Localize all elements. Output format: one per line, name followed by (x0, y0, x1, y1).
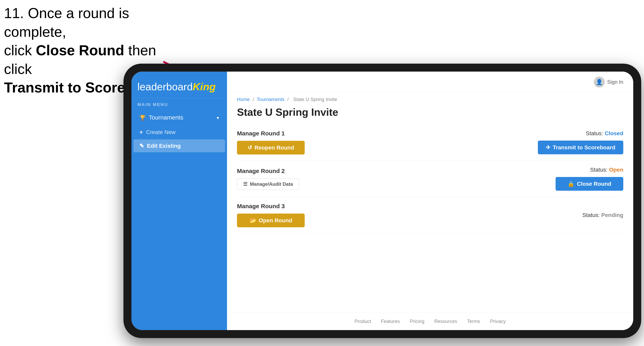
round-1-status: Status: Closed (586, 130, 623, 137)
round-3-section: Manage Round 3 📂 Open Round Status: Pend… (237, 197, 623, 233)
open-round-label: Open Round (259, 217, 292, 224)
manage-audit-data-button[interactable]: ☰ Manage/Audit Data (237, 178, 299, 190)
round-2-left: Manage Round 2 ☰ Manage/Audit Data (237, 168, 299, 190)
open-icon: 📂 (250, 217, 256, 224)
sidebar-item-edit-existing[interactable]: Edit Existing (134, 139, 225, 152)
create-new-label: Create New (146, 129, 176, 135)
app-layout: leaderboardKing MAIN MENU Tournaments (132, 72, 633, 330)
round-3-left: Manage Round 3 📂 Open Round (237, 203, 305, 227)
round-2-status: Status: Open (590, 167, 624, 173)
round-2-right: Status: Open 🔒 Close Round (556, 167, 623, 191)
chevron-down-icon (217, 114, 219, 121)
manage-audit-label: Manage/Audit Data (250, 181, 293, 187)
tablet-device: leaderboardKing MAIN MENU Tournaments (124, 64, 641, 338)
close-round-button[interactable]: 🔒 Close Round (556, 177, 623, 191)
close-icon: 🔒 (568, 180, 574, 187)
transmit-label: Transmit to Scoreboard (553, 144, 615, 151)
reopen-icon: ↺ (248, 144, 252, 151)
round-2-section: Manage Round 2 ☰ Manage/Audit Data Statu… (237, 161, 623, 197)
edit-existing-label: Edit Existing (147, 143, 181, 149)
round-1-right: Status: Closed ✈ Transmit to Scoreboard (538, 130, 623, 154)
sidebar-item-create-new[interactable]: Create New (134, 125, 225, 139)
footer-terms[interactable]: Terms (467, 319, 480, 324)
round-3-status: Status: Pending (582, 212, 623, 218)
round-3-right: Status: Pending (582, 212, 623, 218)
logo: leaderboardKing (138, 82, 221, 92)
trophy-icon (140, 114, 146, 121)
plus-icon (140, 129, 143, 136)
round-2-status-value: Open (609, 167, 623, 173)
round-2-title: Manage Round 2 (237, 168, 299, 174)
main-menu-label: MAIN MENU (132, 102, 227, 110)
round-1-section: Manage Round 1 ↺ Reopen Round Status: Cl… (237, 124, 623, 161)
sidebar-item-tournaments[interactable]: Tournaments (134, 111, 225, 125)
breadcrumb-tournaments[interactable]: Tournaments (257, 97, 284, 102)
content-area: Manage Round 1 ↺ Reopen Round Status: Cl… (227, 124, 633, 312)
round-3-status-value: Pending (602, 212, 623, 218)
round-3-title: Manage Round 3 (237, 203, 305, 210)
breadcrumb: Home / Tournaments / State U Spring Invi… (227, 93, 633, 104)
user-avatar: 👤 (594, 77, 605, 87)
sign-in-label: Sign In (607, 79, 623, 85)
logo-area: leaderboardKing (132, 78, 227, 98)
round-1-title: Manage Round 1 (237, 130, 305, 137)
page-title: State U Spring Invite (227, 104, 633, 124)
footer: Product Features Pricing Resources Terms… (227, 312, 633, 330)
main-content: 👤 Sign In Home / Tournaments / State U S… (227, 72, 633, 330)
footer-product[interactable]: Product (354, 319, 371, 324)
breadcrumb-home[interactable]: Home (237, 97, 250, 102)
tournaments-label: Tournaments (149, 114, 183, 121)
reopen-round-label: Reopen Round (254, 145, 294, 151)
open-round-button[interactable]: 📂 Open Round (237, 213, 305, 227)
round-1-status-value: Closed (605, 130, 623, 136)
reopen-round-button[interactable]: ↺ Reopen Round (237, 141, 305, 155)
logo-text2: King (193, 81, 216, 92)
sidebar: leaderboardKing MAIN MENU Tournaments (132, 72, 227, 330)
footer-features[interactable]: Features (381, 319, 400, 324)
sign-in-button[interactable]: 👤 Sign In (594, 77, 623, 87)
tablet-screen: leaderboardKing MAIN MENU Tournaments (132, 72, 633, 330)
close-round-label: Close Round (577, 181, 611, 187)
breadcrumb-current: State U Spring Invite (293, 97, 337, 102)
footer-privacy[interactable]: Privacy (490, 319, 506, 324)
audit-icon: ☰ (243, 181, 248, 187)
transmit-icon: ✈ (546, 144, 550, 151)
sidebar-submenu: Create New Edit Existing (132, 125, 227, 153)
topbar: 👤 Sign In (227, 72, 633, 93)
footer-pricing[interactable]: Pricing (410, 319, 424, 324)
round-1-left: Manage Round 1 ↺ Reopen Round (237, 130, 305, 155)
edit-icon (140, 143, 144, 149)
logo-text1: leaderboard (138, 81, 193, 92)
transmit-to-scoreboard-button[interactable]: ✈ Transmit to Scoreboard (538, 141, 623, 154)
footer-resources[interactable]: Resources (434, 319, 457, 324)
